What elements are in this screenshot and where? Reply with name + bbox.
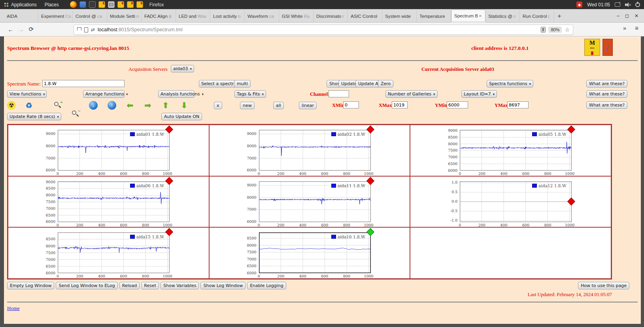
acquisition-server-select[interactable]: aida03 <box>171 65 194 72</box>
all-button[interactable]: all <box>273 102 284 109</box>
midas-launcher-icon[interactable] <box>136 1 143 8</box>
reload-button[interactable]: Reload <box>119 282 140 289</box>
tab-asic-control[interactable]: ASIC Control <box>348 10 382 22</box>
hamburger-menu-icon[interactable]: ≡ <box>635 25 638 31</box>
legend-label: aida02 1.8.W <box>338 132 365 137</box>
places-menu[interactable]: Places <box>41 0 63 9</box>
files-launcher-icon[interactable] <box>79 1 86 8</box>
expand-y-icon[interactable]: ↑ <box>108 101 116 110</box>
minimize-button[interactable]: – <box>617 13 619 19</box>
spectrum-name-input[interactable] <box>42 80 125 87</box>
x-tick-label: 1000 <box>565 223 574 227</box>
tab-close-icon[interactable]: × <box>478 13 482 18</box>
xmin-input[interactable] <box>343 101 359 108</box>
reset-button[interactable]: Reset <box>141 282 159 289</box>
tab-experiment[interactable]: ExperimentCo <box>38 10 73 22</box>
bookmark-star-icon[interactable]: ☆ <box>565 27 570 33</box>
tab-gsi-white[interactable]: GSI WhiteRa <box>279 10 314 22</box>
notification-icon[interactable]: ◆ <box>576 2 582 8</box>
x-tick-label: 0 <box>254 171 264 176</box>
linear-button[interactable]: linear <box>299 102 317 109</box>
how-to-use-button[interactable]: How to use this page <box>578 282 629 289</box>
tab-label: Experiment <box>41 14 64 19</box>
view-functions-dropdown[interactable]: View functions <box>7 90 47 98</box>
tab-spectrum-b[interactable]: Spectrum B× <box>451 10 485 22</box>
tab-module-setti[interactable]: Module Settin <box>107 10 142 22</box>
midas-launcher-icon[interactable] <box>98 1 105 8</box>
new-tab-button[interactable]: + <box>554 10 565 22</box>
reload-button[interactable]: ⟳ <box>26 26 36 33</box>
reader-mode-icon[interactable] <box>541 27 546 32</box>
show-log-window-button[interactable]: Show Log Window <box>200 282 246 289</box>
screenshot-launcher-icon[interactable] <box>108 1 115 8</box>
tab-led-and[interactable]: LED andWav <box>176 10 210 22</box>
x-tick-label: 800 <box>543 171 553 176</box>
new-button[interactable]: new <box>240 102 255 109</box>
tab-statistics-[interactable]: Statistics @c <box>485 10 520 22</box>
what-are-these-button-1[interactable]: What are these? <box>586 80 627 87</box>
overflow-chevrons-icon[interactable]: » <box>623 25 626 31</box>
update-rate-dropdown[interactable]: Update Rate (8 secs) <box>7 113 61 120</box>
what-are-these-button-3[interactable]: What are these? <box>586 101 627 109</box>
shield-icon[interactable] <box>77 27 81 32</box>
home-link[interactable]: Home <box>7 305 20 312</box>
analysis-functions-dropdown[interactable]: Analysis functions <box>158 90 195 98</box>
volume-muted-icon[interactable]: ✕ <box>625 2 631 7</box>
layout-id-dropdown[interactable]: Layout ID=7 <box>461 90 497 98</box>
pan-up-icon[interactable]: ⬆ <box>161 101 170 110</box>
spectra-functions-dropdown[interactable]: Spectra functions <box>487 80 533 87</box>
power-icon[interactable] <box>635 2 640 7</box>
zoom-level-badge[interactable]: 80% <box>548 27 562 33</box>
pan-left-icon[interactable]: ⬅ <box>126 101 134 110</box>
zoom-in-icon[interactable]: + <box>53 101 62 110</box>
firefox-launcher-icon[interactable] <box>70 1 77 8</box>
arrange-functions-dropdown[interactable]: Arrange functions <box>83 90 125 98</box>
zero-button[interactable]: Zero <box>378 80 393 87</box>
tab-system-wide[interactable]: System wide <box>382 10 417 22</box>
what-are-these-button-2[interactable]: What are these? <box>586 90 627 98</box>
y-tick-label: 8000 <box>442 142 457 146</box>
tab-lost-activity[interactable]: Lost activityn <box>210 10 245 22</box>
xmax-input[interactable] <box>392 101 408 108</box>
tab-control-[interactable]: Control @ca <box>73 10 107 22</box>
tab-waveform[interactable]: Waveformca <box>245 10 279 22</box>
legend-swatch <box>331 184 336 188</box>
clock[interactable]: Wed 01:05 <box>587 2 610 8</box>
x-button[interactable]: x <box>214 102 222 109</box>
midas-launcher-icon[interactable] <box>127 1 134 8</box>
tab-fadc-align[interactable]: FADC Align& <box>142 10 176 22</box>
tab-temperature[interactable]: Temperature <box>417 10 451 22</box>
radiation-icon[interactable]: ☢ <box>7 101 16 110</box>
empty-log-window-button[interactable]: Empty Log Window <box>7 282 54 289</box>
forward-button[interactable]: → <box>16 26 26 33</box>
pan-down-icon[interactable]: ⬇ <box>180 101 189 110</box>
midas-launcher-icon[interactable] <box>117 1 124 8</box>
tags-fits-dropdown[interactable]: Tags & Fits <box>234 90 266 98</box>
channel-input[interactable] <box>329 90 349 97</box>
applications-menu[interactable]: Applications <box>0 0 41 9</box>
compress-y-icon[interactable]: ↓ <box>89 101 98 110</box>
number-of-galleries-dropdown[interactable]: Number of Galleries <box>385 90 438 98</box>
zoom-out-icon[interactable]: − <box>71 110 80 118</box>
close-button[interactable]: ✕ <box>635 13 638 19</box>
keyboard-layout-icon[interactable] <box>615 2 620 7</box>
enable-logging-button[interactable]: Enable Logging <box>247 282 286 289</box>
page-info-icon[interactable] <box>84 27 88 32</box>
back-button[interactable]: ← <box>6 26 16 33</box>
auto-update-button[interactable]: Auto Update ON <box>161 113 202 120</box>
send-log-window-to-elog-button[interactable]: Send Log Window to ELog <box>56 282 117 289</box>
pan-right-icon[interactable]: ➡ <box>144 101 152 110</box>
tab-run-control[interactable]: Run Control( <box>520 10 554 22</box>
url-bar[interactable]: ⇄ localhost:8015/Spectrum/Spectrum.tml 8… <box>74 25 573 35</box>
ymin-input[interactable] <box>447 101 468 108</box>
show-variables-button[interactable]: Show Variables <box>161 282 199 289</box>
multi-button[interactable]: multi <box>234 80 251 87</box>
maximize-button[interactable]: ◻ <box>625 13 629 19</box>
legend-swatch <box>130 235 135 239</box>
ymax-input[interactable] <box>507 101 529 108</box>
tab-discriminato[interactable]: Discriminator <box>314 10 348 22</box>
tab-aida[interactable]: AIDA <box>4 10 38 22</box>
refresh-recycle-icon[interactable]: ♻ <box>25 101 33 110</box>
legend-label: aida01 1.8.W <box>136 132 164 137</box>
terminal-launcher-icon[interactable] <box>89 1 96 8</box>
